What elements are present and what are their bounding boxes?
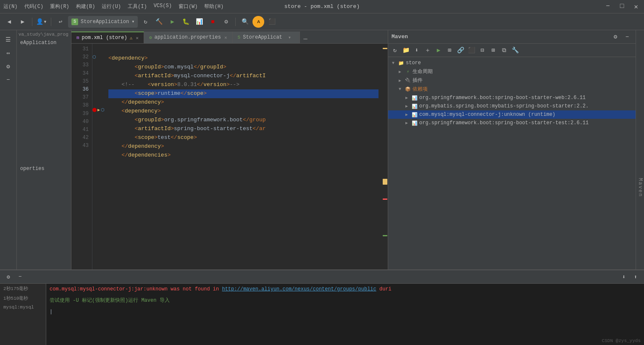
toolbar-sep-3 <box>235 18 236 26</box>
menu-vcs[interactable]: VCS(S) <box>154 3 172 10</box>
plugins-arrow[interactable]: ▶ <box>397 77 403 84</box>
settings-button[interactable]: ⚙ <box>220 16 232 28</box>
left-panel-item-1[interactable]: eApplication <box>17 39 71 47</box>
maven-add-btn[interactable]: ＋ <box>423 45 433 55</box>
bottom-scroll-down-btn[interactable]: ⬇ <box>619 272 629 282</box>
build-button[interactable]: 🔨 <box>153 16 165 28</box>
indent-38 <box>108 107 121 116</box>
tab-pom-close[interactable]: ✕ <box>136 35 139 41</box>
maven-minimize-btn[interactable]: − <box>622 32 632 42</box>
maximize-button[interactable]: □ <box>618 2 627 12</box>
refresh-button[interactable]: ↻ <box>139 16 151 28</box>
sidebar-settings-btn[interactable]: ⚙ <box>3 60 14 72</box>
tab-store-app[interactable]: S StoreApplicat ▾ <box>233 31 300 43</box>
gutter-38-icon: ⬡ <box>101 107 105 112</box>
maven-settings-btn[interactable]: ⚙ <box>610 32 620 42</box>
menu-bar[interactable]: 运(N) 代码(C) 重构(R) 构建(B) 运行(U) 工具(I) VCS(S… <box>3 3 223 10</box>
menu-help[interactable]: 帮助(H) <box>204 3 223 10</box>
gutter-breakpoint <box>92 108 97 112</box>
menu-tools[interactable]: 工具(I) <box>128 3 147 10</box>
gutter-run-icon: ▶ <box>97 107 100 112</box>
menu-window[interactable]: 窗口(W) <box>179 3 198 10</box>
bottom-minimize-btn[interactable]: − <box>15 272 25 282</box>
error-text-1: com.mysql:mysql-connector-j:jar:unknown … <box>50 286 222 292</box>
maven-toolbar: ↻ 📁 ⬇ ＋ ▶ ⊞ 🔗 ⬛ ⊟ ⊞ ⧉ 🔧 <box>388 44 636 57</box>
profile-button[interactable]: 👤▾ <box>36 16 47 28</box>
code-line-32: <dependency> <box>108 54 379 63</box>
maven-filter-btn[interactable]: ⧉ <box>499 45 509 55</box>
bottom-scroll-up-btn[interactable]: ⬆ <box>631 272 641 282</box>
window-controls[interactable]: − □ ✕ <box>603 2 641 12</box>
sidebar-toggle-btn-2[interactable]: ⇔ <box>3 47 14 59</box>
left-panel-item-2[interactable]: operties <box>17 165 71 173</box>
ln-42: 42 <box>71 134 92 142</box>
menu-code[interactable]: 代码(C) <box>24 3 44 10</box>
maven-refresh-btn[interactable]: ↻ <box>390 45 400 55</box>
maven-tree-deps[interactable]: ▼ 📦 依赖项 <box>388 85 636 94</box>
tab-more-button[interactable]: ⋯ <box>300 35 311 43</box>
menu-build[interactable]: 构建(B) <box>76 3 95 10</box>
maven-tree-root[interactable]: ▼ 📁 store <box>388 59 636 67</box>
maven-tree-dep-2[interactable]: ▶ 📊 org.mybatis.spring.boot:mybatis-spri… <box>388 102 636 110</box>
dep2-arrow[interactable]: ▶ <box>403 103 410 110</box>
menu-run[interactable]: 运(N) <box>3 3 18 10</box>
maven-tree-dep-1[interactable]: ▶ 📊 org.springframework.boot:spring-boot… <box>388 94 636 102</box>
run-config-selector[interactable]: S StoreApplication ▾ <box>68 16 138 28</box>
maven-grid-btn[interactable]: ⊞ <box>444 45 455 55</box>
sidebar-toggle-btn[interactable]: ☰ <box>3 34 14 45</box>
maven-expand-btn[interactable]: ⊞ <box>488 45 498 55</box>
indent-37 <box>108 98 121 107</box>
toolbar-sep-2 <box>51 18 51 26</box>
dep4-arrow[interactable]: ▶ <box>403 120 410 126</box>
gutter-32-icon: ⬡ <box>92 55 96 60</box>
bottom-panel: ⚙ − ⬇ ⬆ 2秒175毫秒 1秒510毫秒 mysql:mysql com.… <box>0 269 644 345</box>
hint-text: 尝试使用 -U 标记(强制更新快照)运行 Maven 导入 <box>50 298 170 303</box>
tab-pom-xml[interactable]: m pom.xml (store) ⚠ ✕ <box>71 31 144 43</box>
deps-label: 依赖项 <box>413 86 428 93</box>
maven-folder-btn[interactable]: 📁 <box>401 45 411 55</box>
bottom-content-area: 2秒175毫秒 1秒510毫秒 mysql:mysql com.mysql:my… <box>0 284 644 345</box>
tab-dropdown-icon[interactable]: ▾ <box>285 34 294 41</box>
menu-refactor[interactable]: 重构(R) <box>50 3 69 10</box>
run-button[interactable]: ▶ <box>166 16 178 28</box>
sidebar-collapse-btn[interactable]: − <box>3 74 14 86</box>
nav-back-button[interactable]: ◀ <box>3 16 15 28</box>
maven-run-btn[interactable]: ▶ <box>434 45 444 55</box>
indent-43 <box>108 151 121 160</box>
title-bar: 运(N) 代码(C) 重构(R) 构建(B) 运行(U) 工具(I) VCS(S… <box>0 0 644 13</box>
extra-button[interactable]: ⬛ <box>266 16 278 28</box>
undo-button[interactable]: ↩ <box>55 16 66 28</box>
bottom-settings-btn[interactable]: ⚙ <box>3 272 13 282</box>
debug-button[interactable]: 🐛 <box>180 16 192 28</box>
maven-tree-plugins[interactable]: ▶ 🔌 插件 <box>388 76 636 85</box>
maven-tree-dep-4[interactable]: ▶ 📊 org.springframework.boot:spring-boot… <box>388 119 636 127</box>
minimize-button[interactable]: − <box>603 2 612 12</box>
maven-download-btn[interactable]: ⬇ <box>412 45 422 55</box>
lifecycle-arrow[interactable]: ▶ <box>397 68 403 75</box>
deps-icon: 📦 <box>405 86 411 93</box>
coverage-button[interactable]: 📊 <box>193 16 205 28</box>
root-arrow[interactable]: ▼ <box>390 60 397 66</box>
menu-runmenu[interactable]: 运行(U) <box>102 3 121 10</box>
watermark: CSDN @zys_yyds <box>602 338 641 343</box>
error-link[interactable]: http://maven.aliyun.com/nexus/content/gr… <box>222 286 376 292</box>
maven-stop-btn[interactable]: ⬛ <box>466 45 476 55</box>
maven-more-btn[interactable]: 🔧 <box>510 45 520 55</box>
stop-button[interactable]: ■ <box>207 16 218 28</box>
cursor-indicator: | <box>50 309 53 315</box>
maven-tree-lifecycle[interactable]: ▶ ⚡ 生命周期 <box>388 67 636 76</box>
dep1-arrow[interactable]: ▶ <box>403 94 410 101</box>
avatar-button[interactable]: A <box>252 16 264 28</box>
deps-arrow[interactable]: ▼ <box>397 86 403 93</box>
tab-application-props[interactable]: ⚙ application.properties ✕ <box>144 31 233 43</box>
maven-tree-dep-3[interactable]: ▶ 📊 com.mysql:mysql-connector-j:unknown … <box>388 110 636 119</box>
error-suffix: duri <box>376 286 392 292</box>
nav-forward-button[interactable]: ▶ <box>17 16 29 28</box>
maven-collapse-btn[interactable]: ⊟ <box>477 45 487 55</box>
search-button[interactable]: 🔍 <box>239 16 251 28</box>
maven-link-btn[interactable]: 🔗 <box>455 45 465 55</box>
dep3-arrow[interactable]: ▶ <box>403 111 410 118</box>
tab-props-icon: ⚙ <box>149 35 152 40</box>
close-button[interactable]: ✕ <box>631 2 641 12</box>
tab-props-close[interactable]: ✕ <box>224 35 227 40</box>
